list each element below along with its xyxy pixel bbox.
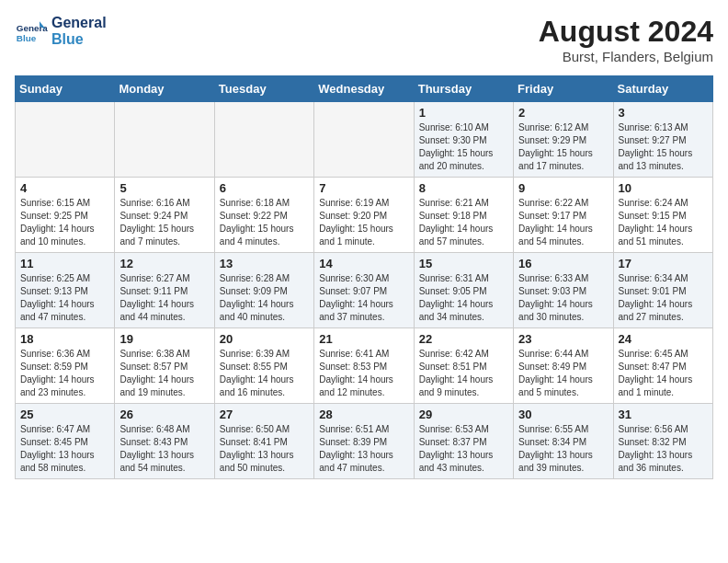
day-info: Sunrise: 6:33 AMSunset: 9:03 PMDaylight:…	[518, 272, 608, 324]
calendar-cell: 11Sunrise: 6:25 AMSunset: 9:13 PMDayligh…	[16, 253, 115, 328]
calendar-cell: 8Sunrise: 6:21 AMSunset: 9:18 PMDaylight…	[414, 178, 513, 253]
logo-general: General	[51, 15, 107, 31]
calendar-cell: 5Sunrise: 6:16 AMSunset: 9:24 PMDaylight…	[115, 178, 214, 253]
day-number: 14	[319, 257, 408, 270]
calendar-cell: 9Sunrise: 6:22 AMSunset: 9:17 PMDaylight…	[514, 178, 613, 253]
logo-icon: General Blue	[15, 15, 48, 48]
day-number: 23	[518, 332, 608, 346]
day-number: 1	[419, 106, 508, 120]
day-number: 2	[518, 106, 608, 120]
weekday-header: Saturday	[613, 76, 712, 102]
day-number: 13	[220, 257, 309, 270]
day-info: Sunrise: 6:51 AMSunset: 8:39 PMDaylight:…	[319, 423, 408, 475]
calendar-cell: 28Sunrise: 6:51 AMSunset: 8:39 PMDayligh…	[314, 404, 414, 479]
day-info: Sunrise: 6:12 AMSunset: 9:29 PMDaylight:…	[518, 121, 608, 173]
day-info: Sunrise: 6:16 AMSunset: 9:24 PMDaylight:…	[119, 197, 209, 248]
day-number: 6	[220, 181, 309, 195]
calendar-cell: 12Sunrise: 6:27 AMSunset: 9:11 PMDayligh…	[115, 253, 214, 328]
calendar-cell: 14Sunrise: 6:30 AMSunset: 9:07 PMDayligh…	[314, 253, 414, 328]
calendar-week-row: 1Sunrise: 6:10 AMSunset: 9:30 PMDaylight…	[16, 102, 713, 178]
svg-text:Blue: Blue	[17, 33, 37, 43]
day-info: Sunrise: 6:15 AMSunset: 9:25 PMDaylight:…	[20, 197, 109, 248]
day-info: Sunrise: 6:28 AMSunset: 9:09 PMDaylight:…	[220, 272, 309, 324]
day-number: 5	[119, 181, 209, 195]
calendar-cell: 25Sunrise: 6:47 AMSunset: 8:45 PMDayligh…	[16, 404, 115, 479]
calendar-cell: 6Sunrise: 6:18 AMSunset: 9:22 PMDaylight…	[214, 178, 313, 253]
weekday-header: Wednesday	[314, 76, 414, 102]
calendar-cell: 31Sunrise: 6:56 AMSunset: 8:32 PMDayligh…	[613, 404, 712, 479]
day-number: 25	[20, 408, 109, 421]
day-number: 3	[619, 106, 708, 120]
day-number: 15	[419, 257, 508, 270]
calendar-cell: 10Sunrise: 6:24 AMSunset: 9:15 PMDayligh…	[613, 178, 712, 253]
day-info: Sunrise: 6:47 AMSunset: 8:45 PMDaylight:…	[20, 423, 109, 475]
day-info: Sunrise: 6:38 AMSunset: 8:57 PMDaylight:…	[119, 348, 209, 399]
day-info: Sunrise: 6:36 AMSunset: 8:59 PMDaylight:…	[20, 348, 109, 399]
weekday-header: Sunday	[16, 76, 115, 102]
calendar-cell: 19Sunrise: 6:38 AMSunset: 8:57 PMDayligh…	[115, 328, 214, 404]
weekday-header: Tuesday	[214, 76, 313, 102]
day-info: Sunrise: 6:41 AMSunset: 8:53 PMDaylight:…	[319, 348, 408, 399]
day-info: Sunrise: 6:44 AMSunset: 8:49 PMDaylight:…	[518, 348, 608, 399]
day-info: Sunrise: 6:18 AMSunset: 9:22 PMDaylight:…	[220, 197, 309, 248]
day-info: Sunrise: 6:31 AMSunset: 9:05 PMDaylight:…	[419, 272, 508, 324]
calendar-cell: 30Sunrise: 6:55 AMSunset: 8:34 PMDayligh…	[514, 404, 613, 479]
day-info: Sunrise: 6:19 AMSunset: 9:20 PMDaylight:…	[319, 197, 408, 248]
day-number: 30	[518, 408, 608, 421]
day-number: 31	[619, 408, 708, 421]
day-number: 29	[419, 408, 508, 421]
calendar-cell: 29Sunrise: 6:53 AMSunset: 8:37 PMDayligh…	[414, 404, 513, 479]
day-number: 10	[619, 181, 708, 195]
calendar-cell: 18Sunrise: 6:36 AMSunset: 8:59 PMDayligh…	[16, 328, 115, 404]
calendar-cell: 26Sunrise: 6:48 AMSunset: 8:43 PMDayligh…	[115, 404, 214, 479]
calendar-cell: 24Sunrise: 6:45 AMSunset: 8:47 PMDayligh…	[613, 328, 712, 404]
calendar-cell: 13Sunrise: 6:28 AMSunset: 9:09 PMDayligh…	[214, 253, 313, 328]
calendar-cell: 16Sunrise: 6:33 AMSunset: 9:03 PMDayligh…	[514, 253, 613, 328]
day-number: 20	[220, 332, 309, 346]
weekday-header: Monday	[115, 76, 214, 102]
day-info: Sunrise: 6:21 AMSunset: 9:18 PMDaylight:…	[419, 197, 508, 248]
calendar-cell	[16, 102, 115, 178]
day-number: 18	[20, 332, 109, 346]
day-number: 21	[319, 332, 408, 346]
calendar-cell: 20Sunrise: 6:39 AMSunset: 8:55 PMDayligh…	[214, 328, 313, 404]
day-info: Sunrise: 6:34 AMSunset: 9:01 PMDaylight:…	[619, 272, 708, 324]
calendar-cell: 3Sunrise: 6:13 AMSunset: 9:27 PMDaylight…	[613, 102, 712, 178]
day-info: Sunrise: 6:30 AMSunset: 9:07 PMDaylight:…	[319, 272, 408, 324]
calendar-cell: 15Sunrise: 6:31 AMSunset: 9:05 PMDayligh…	[414, 253, 513, 328]
day-number: 22	[419, 332, 508, 346]
day-info: Sunrise: 6:39 AMSunset: 8:55 PMDaylight:…	[220, 348, 309, 399]
day-number: 11	[20, 257, 109, 270]
day-info: Sunrise: 6:13 AMSunset: 9:27 PMDaylight:…	[619, 121, 708, 173]
calendar-cell	[115, 102, 214, 178]
day-info: Sunrise: 6:10 AMSunset: 9:30 PMDaylight:…	[419, 121, 508, 173]
day-number: 28	[319, 408, 408, 421]
calendar-cell	[214, 102, 313, 178]
day-info: Sunrise: 6:24 AMSunset: 9:15 PMDaylight:…	[619, 197, 708, 248]
day-number: 19	[119, 332, 209, 346]
day-info: Sunrise: 6:53 AMSunset: 8:37 PMDaylight:…	[419, 423, 508, 475]
day-info: Sunrise: 6:45 AMSunset: 8:47 PMDaylight:…	[619, 348, 708, 399]
day-info: Sunrise: 6:27 AMSunset: 9:11 PMDaylight:…	[119, 272, 209, 324]
day-number: 16	[518, 257, 608, 270]
calendar-cell: 4Sunrise: 6:15 AMSunset: 9:25 PMDaylight…	[16, 178, 115, 253]
day-info: Sunrise: 6:25 AMSunset: 9:13 PMDaylight:…	[20, 272, 109, 324]
day-info: Sunrise: 6:22 AMSunset: 9:17 PMDaylight:…	[518, 197, 608, 248]
day-info: Sunrise: 6:56 AMSunset: 8:32 PMDaylight:…	[619, 423, 708, 475]
month-year: August 2024	[539, 15, 713, 49]
calendar-week-row: 4Sunrise: 6:15 AMSunset: 9:25 PMDaylight…	[16, 178, 713, 253]
weekday-header-row: SundayMondayTuesdayWednesdayThursdayFrid…	[16, 76, 713, 102]
day-info: Sunrise: 6:42 AMSunset: 8:51 PMDaylight:…	[419, 348, 508, 399]
day-info: Sunrise: 6:48 AMSunset: 8:43 PMDaylight:…	[119, 423, 209, 475]
title-block: August 2024 Burst, Flanders, Belgium	[539, 15, 713, 64]
calendar-cell: 1Sunrise: 6:10 AMSunset: 9:30 PMDaylight…	[414, 102, 513, 178]
day-number: 9	[518, 181, 608, 195]
day-info: Sunrise: 6:50 AMSunset: 8:41 PMDaylight:…	[220, 423, 309, 475]
calendar-week-row: 18Sunrise: 6:36 AMSunset: 8:59 PMDayligh…	[16, 328, 713, 404]
calendar-cell: 17Sunrise: 6:34 AMSunset: 9:01 PMDayligh…	[613, 253, 712, 328]
calendar-cell: 23Sunrise: 6:44 AMSunset: 8:49 PMDayligh…	[514, 328, 613, 404]
calendar-cell: 27Sunrise: 6:50 AMSunset: 8:41 PMDayligh…	[214, 404, 313, 479]
day-info: Sunrise: 6:55 AMSunset: 8:34 PMDaylight:…	[518, 423, 608, 475]
calendar-cell: 7Sunrise: 6:19 AMSunset: 9:20 PMDaylight…	[314, 178, 414, 253]
calendar-week-row: 25Sunrise: 6:47 AMSunset: 8:45 PMDayligh…	[16, 404, 713, 479]
